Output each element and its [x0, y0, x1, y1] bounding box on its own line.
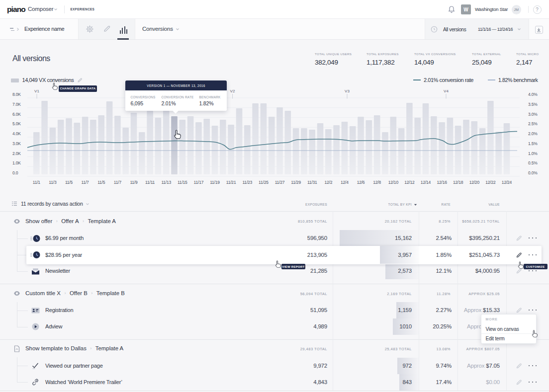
- svg-text:8.0K: 8.0K: [12, 92, 21, 97]
- svg-text:2.0%: 2.0%: [528, 131, 538, 136]
- svg-text:12/2: 12/2: [324, 180, 332, 185]
- svg-text:11/15: 11/15: [178, 180, 187, 185]
- svg-text:11/31: 11/31: [307, 180, 317, 185]
- svg-text:12/12: 12/12: [404, 180, 415, 185]
- svg-text:12/24: 12/24: [502, 180, 512, 185]
- svg-text:12/18: 12/18: [453, 180, 463, 185]
- svg-text:V2: V2: [230, 89, 235, 93]
- svg-text:11/5: 11/5: [97, 180, 105, 185]
- svg-text:2.5%: 2.5%: [528, 121, 538, 126]
- svg-text:11/17: 11/17: [194, 180, 204, 185]
- svg-text:12/14: 12/14: [421, 180, 431, 185]
- svg-text:11/19: 11/19: [210, 180, 220, 185]
- svg-text:11/5: 11/5: [65, 180, 73, 185]
- svg-text:11/27: 11/27: [275, 180, 285, 185]
- svg-text:1.0K: 1.0K: [12, 160, 21, 165]
- svg-text:3.0K: 3.0K: [12, 141, 21, 146]
- svg-text:11/11: 11/11: [145, 180, 155, 185]
- svg-text:3.5%: 3.5%: [528, 102, 538, 107]
- svg-text:11/9: 11/9: [130, 180, 138, 185]
- svg-text:3.0%: 3.0%: [528, 112, 538, 117]
- svg-text:7.0K: 7.0K: [12, 102, 21, 107]
- svg-text:11/29: 11/29: [291, 180, 301, 185]
- svg-text:12/8: 12/8: [373, 180, 381, 185]
- svg-text:11/13: 11/13: [161, 180, 171, 185]
- svg-text:V1: V1: [34, 89, 39, 93]
- svg-text:1.0%: 1.0%: [528, 151, 538, 156]
- svg-text:12/10: 12/10: [388, 180, 399, 185]
- svg-text:0.0: 0.0: [12, 170, 18, 175]
- svg-text:12/6: 12/6: [357, 180, 365, 185]
- svg-text:12/16: 12/16: [437, 180, 447, 185]
- svg-text:V4: V4: [444, 89, 449, 93]
- svg-text:2.0K: 2.0K: [12, 151, 21, 156]
- svg-text:11/21: 11/21: [226, 180, 236, 185]
- svg-text:V3: V3: [345, 89, 350, 93]
- svg-text:6.0K: 6.0K: [12, 112, 21, 117]
- svg-text:12/22: 12/22: [485, 180, 496, 185]
- svg-text:11/23: 11/23: [242, 180, 252, 185]
- svg-text:12/4: 12/4: [341, 180, 349, 185]
- svg-text:11/3: 11/3: [49, 180, 57, 185]
- svg-text:11/25: 11/25: [259, 180, 269, 185]
- svg-text:0.5%: 0.5%: [528, 160, 538, 165]
- svg-text:4.0K: 4.0K: [12, 131, 21, 136]
- svg-text:5.0K: 5.0K: [12, 121, 21, 126]
- svg-text:11/1: 11/1: [33, 180, 41, 185]
- svg-text:11/7: 11/7: [114, 180, 122, 185]
- svg-text:0.0%: 0.0%: [528, 170, 538, 175]
- svg-text:1.5%: 1.5%: [528, 141, 538, 146]
- svg-text:12/20: 12/20: [469, 180, 480, 185]
- svg-text:4.0%: 4.0%: [528, 92, 538, 97]
- svg-text:11/7: 11/7: [82, 180, 90, 185]
